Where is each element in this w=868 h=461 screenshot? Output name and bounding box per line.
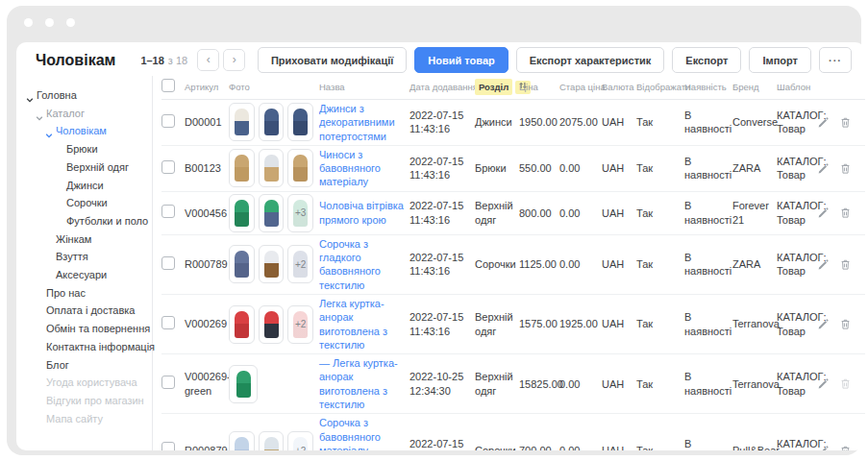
product-name-link[interactable]: Чиноси з бавовняного матеріалу bbox=[319, 149, 381, 188]
checkbox-cell bbox=[161, 256, 185, 273]
sidebar-item[interactable]: Жінкам bbox=[16, 230, 152, 249]
sidebar-item[interactable]: Контактна інформація bbox=[16, 338, 152, 356]
product-photo[interactable] bbox=[229, 305, 255, 344]
product-photo[interactable] bbox=[287, 149, 313, 187]
edit-icon[interactable] bbox=[817, 162, 830, 175]
product-photo[interactable] bbox=[229, 365, 258, 403]
window-dot-icon[interactable] bbox=[66, 18, 75, 27]
row-checkbox[interactable] bbox=[161, 316, 175, 329]
row-checkbox[interactable] bbox=[161, 442, 175, 450]
product-photo[interactable] bbox=[229, 245, 255, 283]
sidebar-item[interactable]: Відгуки про магазин bbox=[16, 392, 152, 410]
delete-icon[interactable] bbox=[839, 318, 852, 330]
action-button[interactable]: Імпорт bbox=[749, 47, 811, 73]
delete-icon[interactable] bbox=[839, 116, 852, 129]
page-title: Чоловікам bbox=[36, 52, 115, 69]
sidebar-item[interactable]: Чоловікам bbox=[16, 122, 152, 140]
column-header: Назва bbox=[319, 82, 409, 93]
action-button[interactable]: Експорт bbox=[672, 47, 741, 73]
sidebar-item[interactable]: Аксесуари bbox=[16, 266, 152, 284]
sidebar-item[interactable]: Каталог bbox=[16, 105, 152, 123]
edit-icon[interactable] bbox=[817, 377, 830, 390]
row-checkbox[interactable] bbox=[161, 376, 175, 389]
row-checkbox[interactable] bbox=[161, 205, 175, 218]
delete-icon[interactable] bbox=[839, 258, 852, 271]
sidebar-item[interactable]: Верхній одяг bbox=[16, 158, 152, 177]
window-dot-icon[interactable] bbox=[45, 18, 54, 27]
action-button[interactable]: Експорт характеристик bbox=[516, 47, 665, 73]
sidebar-item[interactable]: Обмін та повернення bbox=[16, 320, 152, 338]
sku-cell: V000269 bbox=[185, 317, 229, 330]
sidebar-item[interactable]: Джинси bbox=[16, 177, 152, 195]
prev-page-button[interactable]: ‹ bbox=[197, 49, 219, 71]
row-actions bbox=[827, 258, 865, 271]
garment-image bbox=[235, 251, 249, 278]
sidebar-item[interactable]: Брюки bbox=[16, 140, 152, 158]
product-name-link[interactable]: Чоловіча вітрівка прямого крою bbox=[319, 200, 404, 225]
sidebar-item[interactable]: Футболки и поло bbox=[16, 212, 152, 230]
photo-thumbnails bbox=[229, 365, 313, 403]
app-window: Чоловікам 1–18 з 18 ‹ › Приховати модифі… bbox=[16, 42, 865, 450]
delete-icon[interactable] bbox=[839, 206, 852, 219]
sidebar-item[interactable]: Сорочки bbox=[16, 194, 152, 212]
sidebar-item[interactable]: Взуття bbox=[16, 248, 152, 266]
edit-icon[interactable] bbox=[817, 116, 830, 129]
column-header: Валюта bbox=[602, 82, 636, 93]
product-name-link[interactable]: Легка куртка-анорак виготовлена з тексти… bbox=[319, 298, 387, 351]
sidebar-item[interactable]: Оплата і доставка bbox=[16, 302, 152, 320]
row-checkbox[interactable] bbox=[161, 114, 175, 128]
sidebar-item[interactable]: Мапа сайту bbox=[16, 410, 152, 428]
product-photo[interactable] bbox=[259, 149, 285, 187]
product-photo[interactable] bbox=[259, 194, 285, 232]
row-checkbox[interactable] bbox=[161, 160, 175, 174]
product-photo[interactable] bbox=[259, 305, 285, 344]
product-photo[interactable] bbox=[229, 149, 255, 187]
product-photo[interactable] bbox=[259, 103, 285, 141]
garment-image bbox=[236, 371, 251, 398]
photos-cell bbox=[229, 149, 319, 187]
select-all-checkbox[interactable] bbox=[161, 79, 175, 92]
sidebar-item-label: Обмін та повернення bbox=[46, 323, 150, 334]
delete-icon[interactable] bbox=[839, 445, 852, 450]
table-header: АртикулФотоНазваДата додаванняРозділЦіна… bbox=[161, 76, 865, 100]
more-photos-thumb[interactable]: +2 bbox=[287, 431, 313, 450]
old-price-cell: 2075.00 bbox=[559, 115, 602, 129]
more-actions-button[interactable]: ··· bbox=[819, 47, 852, 73]
sidebar-item-label: Про нас bbox=[46, 287, 86, 299]
brand-cell: Pull&Bear bbox=[732, 444, 777, 450]
time-value: 11:43:16 bbox=[409, 213, 469, 227]
more-photos-thumb[interactable]: +2 bbox=[287, 305, 313, 344]
edit-icon[interactable] bbox=[817, 445, 830, 450]
product-name-link[interactable]: Сорочка з бавовняного матеріалу притален… bbox=[319, 417, 381, 450]
edit-icon[interactable] bbox=[817, 258, 830, 271]
sidebar-item[interactable]: Угода користувача bbox=[16, 374, 152, 392]
sidebar-item[interactable]: Про нас bbox=[16, 284, 152, 303]
product-name-link[interactable]: Сорочка з гладкого бавовняного текстилю bbox=[319, 238, 381, 291]
more-photos-thumb[interactable]: +2 bbox=[287, 245, 313, 283]
product-photo[interactable] bbox=[229, 431, 255, 450]
action-button[interactable]: Приховати модифікації bbox=[258, 47, 407, 73]
action-button[interactable]: Новий товар bbox=[414, 47, 508, 73]
window-dot-icon[interactable] bbox=[24, 18, 33, 27]
more-photos-thumb[interactable]: +3 bbox=[287, 194, 313, 232]
product-name-link[interactable]: Джинси з декоративними потертостями bbox=[319, 103, 395, 142]
old-price-cell: 0.00 bbox=[559, 161, 602, 175]
sku-cell: V000456 bbox=[185, 206, 229, 220]
row-checkbox[interactable] bbox=[161, 256, 175, 270]
edit-icon[interactable] bbox=[817, 206, 830, 219]
edit-icon[interactable] bbox=[817, 318, 830, 330]
delete-icon[interactable] bbox=[839, 377, 852, 390]
product-photo[interactable] bbox=[259, 431, 285, 450]
sidebar-item[interactable]: Блог bbox=[16, 356, 152, 375]
product-photo[interactable] bbox=[287, 103, 313, 141]
delete-icon[interactable] bbox=[839, 162, 852, 175]
product-photo[interactable] bbox=[259, 245, 285, 283]
price-cell: 15825.00 bbox=[519, 377, 559, 391]
more-photos-count: +2 bbox=[295, 445, 306, 450]
product-photo[interactable] bbox=[229, 103, 255, 141]
next-page-button[interactable]: › bbox=[223, 49, 245, 71]
sidebar-item[interactable]: Головна bbox=[16, 86, 152, 105]
product-name-link[interactable]: — Легка куртка-анорак виготовлена з текс… bbox=[319, 357, 398, 410]
product-photo[interactable] bbox=[229, 194, 255, 232]
table-row: R000879+2Сорочка з бавовняного матеріалу… bbox=[161, 414, 865, 450]
